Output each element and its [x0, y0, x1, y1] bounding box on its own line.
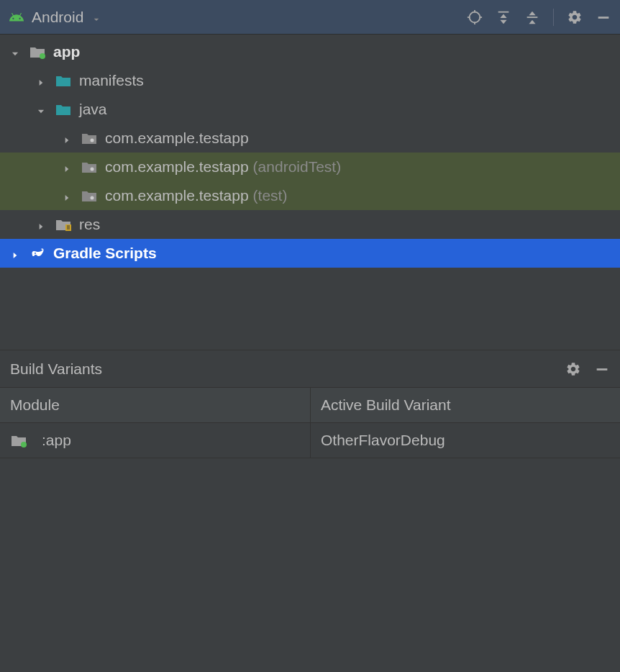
- svg-point-0: [470, 12, 480, 22]
- svg-point-8: [40, 53, 45, 59]
- gear-icon[interactable]: [567, 9, 583, 25]
- svg-rect-5: [498, 11, 509, 12]
- package-folder-icon: [81, 131, 98, 145]
- package-folder-icon: [81, 160, 98, 174]
- tree-label: app: [53, 43, 80, 60]
- build-variants-panel: Build Variants Module Active Build Varia…: [0, 350, 620, 672]
- svg-point-9: [91, 139, 94, 142]
- tree-node-app[interactable]: app: [0, 37, 620, 66]
- toolbar-divider: [553, 9, 554, 26]
- project-tree: app manifests java com.example.testapp: [0, 35, 620, 350]
- tree-label: com.example.testapp: [105, 187, 249, 204]
- tree-node-package-test[interactable]: com.example.testapp (test): [0, 181, 620, 210]
- svg-rect-7: [598, 17, 609, 19]
- chevron-right-icon: [62, 189, 75, 202]
- build-variants-header: Build Variants: [0, 350, 620, 388]
- tree-node-manifests[interactable]: manifests: [0, 66, 620, 95]
- target-icon[interactable]: [467, 9, 483, 25]
- expand-all-icon[interactable]: [496, 9, 511, 25]
- gear-icon[interactable]: [565, 361, 581, 377]
- table-header: Module Active Build Variant: [0, 388, 620, 423]
- build-variants-table: Module Active Build Variant :app OtherFl…: [0, 388, 620, 458]
- toolbar-actions: [467, 9, 611, 26]
- svg-rect-6: [527, 17, 538, 18]
- svg-point-18: [21, 442, 27, 448]
- folder-icon: [55, 102, 72, 117]
- tree-suffix: (test): [253, 187, 288, 204]
- chevron-down-icon: [10, 45, 23, 58]
- column-variant: Active Build Variant: [311, 388, 620, 422]
- project-toolbar: Android: [0, 0, 620, 35]
- gradle-icon: [29, 246, 46, 260]
- svg-point-11: [91, 196, 94, 200]
- chevron-right-icon: [36, 218, 49, 231]
- chevron-right-icon: [62, 160, 75, 173]
- tree-node-package-androidtest[interactable]: com.example.testapp (androidTest): [0, 153, 620, 181]
- svg-point-10: [91, 168, 94, 171]
- tree-label: com.example.testapp: [105, 130, 249, 147]
- chevron-down-icon: [91, 12, 102, 23]
- chevron-down-icon: [36, 103, 49, 116]
- tree-node-java[interactable]: java: [0, 95, 620, 124]
- minimize-icon[interactable]: [594, 361, 610, 377]
- tree-node-gradle-scripts[interactable]: Gradle Scripts: [0, 239, 620, 268]
- chevron-right-icon: [10, 247, 23, 260]
- view-title: Android: [32, 9, 83, 26]
- chevron-right-icon: [62, 132, 75, 145]
- tree-label: java: [79, 101, 107, 118]
- module-cell: :app: [0, 423, 311, 458]
- view-selector[interactable]: Android: [9, 9, 467, 26]
- panel-title: Build Variants: [10, 360, 565, 378]
- package-folder-icon: [81, 189, 98, 203]
- variant-cell[interactable]: OtherFlavorDebug: [311, 423, 620, 458]
- chevron-right-icon: [36, 74, 49, 87]
- tree-label: manifests: [79, 72, 144, 89]
- build-variants-body: [0, 458, 620, 672]
- tree-label: com.example.testapp: [105, 158, 249, 176]
- resource-folder-icon: [55, 217, 72, 232]
- tree-label: Gradle Scripts: [53, 245, 157, 262]
- android-icon: [9, 9, 24, 25]
- module-folder-icon: [29, 45, 46, 59]
- tree-node-res[interactable]: res: [0, 210, 620, 239]
- minimize-icon[interactable]: [596, 9, 611, 25]
- svg-point-16: [35, 253, 36, 254]
- tree-node-package-main[interactable]: com.example.testapp: [0, 124, 620, 153]
- collapse-all-icon[interactable]: [524, 9, 540, 25]
- svg-rect-17: [597, 368, 608, 371]
- module-name: :app: [42, 432, 71, 449]
- tree-label: res: [79, 216, 100, 233]
- module-folder-icon: [10, 433, 27, 448]
- table-row[interactable]: :app OtherFlavorDebug: [0, 423, 620, 458]
- folder-icon: [55, 73, 72, 88]
- column-module: Module: [0, 388, 311, 422]
- tree-suffix: (androidTest): [253, 158, 342, 176]
